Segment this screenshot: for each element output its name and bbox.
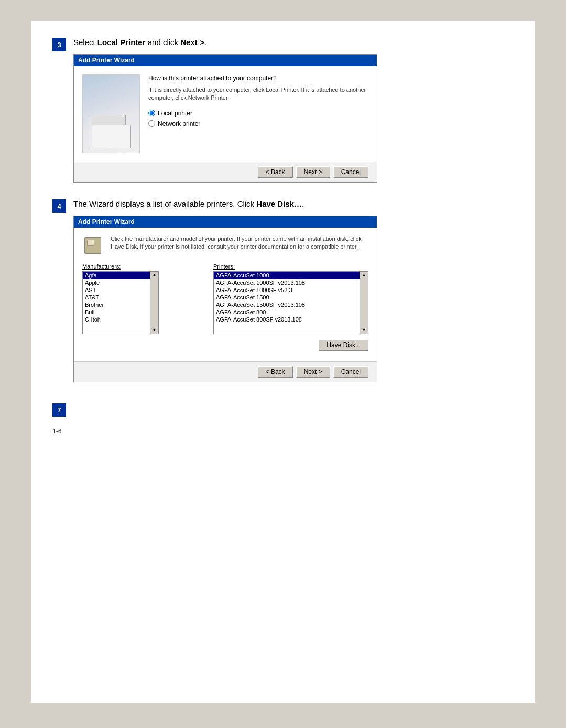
- step3-bold2: Next >: [180, 38, 204, 47]
- step3-text-before: Select: [73, 38, 97, 47]
- page-content: 3 Select Local Printer and click Next >.…: [31, 21, 535, 703]
- radio-network[interactable]: [148, 120, 155, 127]
- page-number: 1-6: [52, 427, 514, 435]
- manufacturer-item[interactable]: AST: [83, 286, 150, 294]
- manufacturer-item[interactable]: Bull: [83, 308, 150, 316]
- printer-item[interactable]: AGFA-AccuSet 1000: [214, 272, 360, 279]
- disk-icon: [84, 237, 101, 254]
- wizard3-box: Add Printer Wizard How is this printer a…: [73, 54, 377, 183]
- step3-text: Select Local Printer and click Next >.: [73, 37, 514, 48]
- printers-listbox[interactable]: AGFA-AccuSet 1000AGFA-AccuSet 1000SF v20…: [213, 271, 360, 334]
- wizard4-cancel-button[interactable]: Cancel: [333, 366, 368, 378]
- wizard3-image: [82, 74, 140, 153]
- radio-network-option[interactable]: Network printer: [148, 120, 368, 127]
- printer-item[interactable]: AGFA-AccuSet 1500SF v2013.108: [214, 301, 360, 308]
- manufacturers-label: Manufacturers:: [82, 263, 207, 270]
- wizard3-back-button[interactable]: < Back: [258, 166, 293, 178]
- radio-local[interactable]: [148, 110, 155, 116]
- printer-item[interactable]: AGFA-AccuSet 1000SF v52.3: [214, 286, 360, 294]
- manufacturers-group: Manufacturers: AgfaAppleASTAT&TBrotherBu…: [82, 263, 207, 334]
- wizard3-content: How is this printer attached to your com…: [148, 74, 368, 153]
- printer-item[interactable]: AGFA-AccuSet 800: [214, 308, 360, 316]
- wizard3-body: How is this printer attached to your com…: [74, 66, 377, 162]
- wizard4-titlebar: Add Printer Wizard: [74, 216, 377, 228]
- wizard3-cancel-button[interactable]: Cancel: [333, 166, 368, 178]
- manufacturers-listbox[interactable]: AgfaAppleASTAT&TBrotherBullC-Itoh: [82, 271, 150, 334]
- wizard4-box: Add Printer Wizard Click the manufacture…: [73, 216, 377, 382]
- manufacturer-item[interactable]: Brother: [83, 301, 150, 308]
- manufacturer-item[interactable]: Apple: [83, 279, 150, 286]
- wizard4-back-button[interactable]: < Back: [258, 366, 293, 378]
- step4-text-after: .: [302, 199, 304, 208]
- listboxes-row: Manufacturers: AgfaAppleASTAT&TBrotherBu…: [82, 263, 368, 334]
- manufacturer-item[interactable]: AT&T: [83, 294, 150, 301]
- have-disk-row: Have Disk...: [82, 339, 368, 351]
- step3-text-middle: and click: [146, 38, 181, 47]
- printer-item[interactable]: AGFA-AccuSet 800SF v2013.108: [214, 316, 360, 323]
- step3-text-after: .: [204, 38, 206, 47]
- step3-bold1: Local Printer: [97, 38, 146, 47]
- step4-text: The Wizard displays a list of available …: [73, 198, 514, 209]
- wizard3-question: How is this printer attached to your com…: [148, 74, 368, 82]
- radio-local-option[interactable]: Local printer: [148, 110, 368, 117]
- wizard4-desc: Click the manufacturer and model of your…: [111, 235, 368, 256]
- manufacturer-item[interactable]: Agfa: [83, 272, 150, 279]
- printers-label: Printers:: [213, 263, 368, 270]
- wizard3-desc: If it is directly attached to your compu…: [148, 86, 368, 102]
- wizard4-top-row: Click the manufacturer and model of your…: [82, 235, 368, 256]
- wizard3-titlebar: Add Printer Wizard: [74, 55, 377, 66]
- radio-local-label: Local printer: [158, 110, 192, 117]
- step3-badge: 3: [52, 38, 66, 51]
- wizard3-footer: < Back Next > Cancel: [74, 162, 377, 182]
- have-disk-button[interactable]: Have Disk...: [319, 339, 368, 351]
- radio-network-label: Network printer: [158, 120, 200, 127]
- wizard4-next-button[interactable]: Next >: [296, 366, 330, 378]
- printers-group: Printers: AGFA-AccuSet 1000AGFA-AccuSet …: [213, 263, 368, 334]
- step4-text-before: The Wizard displays a list of available …: [73, 199, 256, 208]
- step4-bold: Have Disk…: [256, 199, 302, 208]
- step4-badge: 4: [52, 199, 66, 213]
- wizard4-footer: < Back Next > Cancel: [74, 361, 377, 382]
- bottom-badge: 7: [52, 403, 66, 417]
- printer-item[interactable]: AGFA-AccuSet 1000SF v2013.108: [214, 279, 360, 286]
- printer-item[interactable]: AGFA-AccuSet 1500: [214, 294, 360, 301]
- manufacturer-item[interactable]: C-Itoh: [83, 316, 150, 323]
- wizard4-body: Click the manufacturer and model of your…: [74, 228, 377, 361]
- step3-row: 3 Select Local Printer and click Next >.…: [52, 37, 514, 183]
- wizard4-icon: [82, 235, 103, 256]
- wizard3-next-button[interactable]: Next >: [296, 166, 330, 178]
- step4-row: 4 The Wizard displays a list of availabl…: [52, 198, 514, 382]
